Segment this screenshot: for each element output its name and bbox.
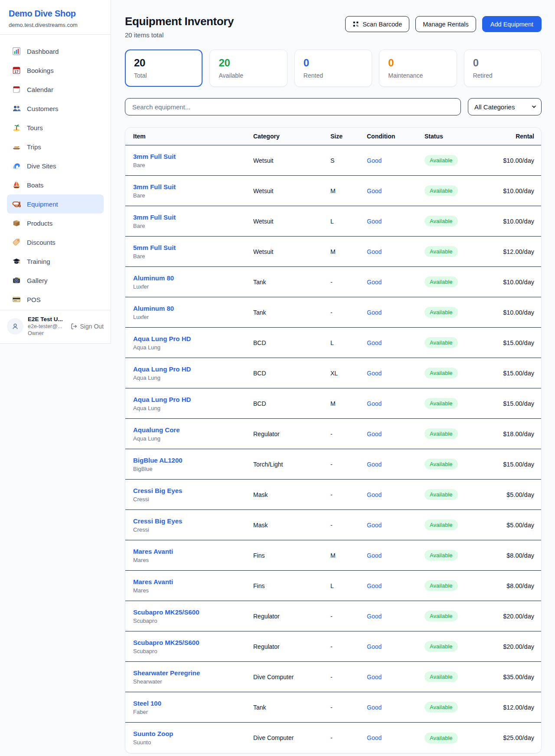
rental-cell: $15.00/day	[494, 339, 534, 346]
sidebar-item-calendar[interactable]: Calendar	[7, 80, 104, 99]
sidebar-item-gallery[interactable]: Gallery	[7, 271, 104, 290]
item-name-link[interactable]: 5mm Full Suit	[133, 244, 253, 251]
item-name-link[interactable]: Scubapro MK25/S600	[133, 608, 253, 616]
item-name-link[interactable]: Aluminum 80	[133, 305, 253, 312]
item-name-link[interactable]: Steel 100	[133, 700, 253, 707]
stat-card-retired[interactable]: 0Retired	[464, 49, 542, 87]
status-badge: Available	[424, 185, 458, 196]
condition-link[interactable]: Good	[367, 674, 424, 680]
stat-card-maintenance[interactable]: 0Maintenance	[379, 49, 457, 87]
condition-link[interactable]: Good	[367, 309, 424, 316]
status-badge: Available	[424, 641, 458, 652]
sidebar-item-customers[interactable]: Customers	[7, 99, 104, 118]
item-name-link[interactable]: Cressi Big Eyes	[133, 487, 253, 494]
item-name-link[interactable]: 3mm Full Suit	[133, 214, 253, 221]
item-name-link[interactable]: Mares Avanti	[133, 548, 253, 555]
status-cell: Available	[424, 246, 494, 257]
item-name-link[interactable]: 3mm Full Suit	[133, 183, 253, 191]
condition-link[interactable]: Good	[367, 704, 424, 711]
item-brand: Aqua Lung	[133, 344, 253, 351]
category-cell: BCD	[253, 339, 330, 346]
item-name-link[interactable]: Aqua Lung Pro HD	[133, 335, 253, 342]
sidebar-item-label: Dashboard	[27, 48, 59, 55]
table-row: Aqua Lung Pro HDAqua LungBCDLGoodAvailab…	[125, 328, 541, 358]
sidebar-item-boats[interactable]: Boats	[7, 175, 104, 194]
condition-link[interactable]: Good	[367, 187, 424, 194]
item-name-link[interactable]: Aqua Lung Pro HD	[133, 365, 253, 373]
stat-label: Maintenance	[388, 72, 447, 79]
item-name-link[interactable]: Suunto Zoop	[133, 730, 253, 737]
condition-link[interactable]: Good	[367, 400, 424, 407]
search-input[interactable]	[125, 98, 461, 115]
item-name-link[interactable]: 3mm Full Suit	[133, 153, 253, 160]
condition-link[interactable]: Good	[367, 461, 424, 468]
item-name-link[interactable]: Aqualung Core	[133, 426, 253, 434]
sidebar-item-dive-sites[interactable]: Dive Sites	[7, 156, 104, 175]
sidebar-item-dashboard[interactable]: Dashboard	[7, 42, 104, 61]
size-cell: L	[330, 339, 367, 346]
condition-link[interactable]: Good	[367, 248, 424, 255]
item-name-link[interactable]: Shearwater Peregrine	[133, 669, 253, 677]
column-header-status: Status	[424, 133, 494, 140]
item-name-link[interactable]: BigBlue AL1200	[133, 457, 253, 464]
column-header-rental: Rental	[494, 133, 534, 140]
sidebar-item-pos[interactable]: POS	[7, 290, 104, 309]
item-name-link[interactable]: Scubapro MK25/S600	[133, 639, 253, 646]
condition-link[interactable]: Good	[367, 339, 424, 346]
condition-link[interactable]: Good	[367, 491, 424, 498]
brand-name: Demo Dive Shop	[9, 9, 102, 19]
size-cell: L	[330, 218, 367, 225]
item-brand: Bare	[133, 162, 253, 168]
status-badge: Available	[424, 733, 458, 743]
condition-link[interactable]: Good	[367, 157, 424, 164]
item-name-link[interactable]: Cressi Big Eyes	[133, 517, 253, 525]
table-row: Steel 100FaberTank-GoodAvailable$12.00/d…	[125, 692, 541, 723]
sidebar-item-equipment[interactable]: Equipment	[7, 194, 104, 214]
item-brand: Faber	[133, 709, 253, 715]
item-brand: Mares	[133, 557, 253, 563]
manage-rentals-button[interactable]: Manage Rentals	[415, 16, 476, 32]
stat-card-available[interactable]: 20Available	[209, 49, 287, 87]
rental-cell: $10.00/day	[494, 157, 534, 164]
condition-link[interactable]: Good	[367, 431, 424, 437]
condition-link[interactable]: Good	[367, 613, 424, 620]
status-badge: Available	[424, 428, 458, 439]
condition-link[interactable]: Good	[367, 734, 424, 741]
status-cell: Available	[424, 733, 494, 743]
sign-out-button[interactable]: Sign Out	[71, 323, 104, 330]
stat-card-rented[interactable]: 0Rented	[294, 49, 372, 87]
item-cell: Scubapro MK25/S600Scubapro	[133, 639, 253, 654]
condition-link[interactable]: Good	[367, 279, 424, 286]
rental-cell: $35.00/day	[494, 674, 534, 680]
item-cell: Aluminum 80Luxfer	[133, 274, 253, 290]
rental-cell: $20.00/day	[494, 643, 534, 650]
sidebar-item-trips[interactable]: Trips	[7, 137, 104, 156]
status-cell: Available	[424, 580, 494, 591]
add-equipment-button[interactable]: Add Equipment	[482, 16, 542, 32]
condition-link[interactable]: Good	[367, 582, 424, 589]
scan-barcode-button[interactable]: Scan Barcode	[345, 16, 409, 32]
condition-link[interactable]: Good	[367, 643, 424, 650]
item-name-link[interactable]: Mares Avanti	[133, 578, 253, 585]
condition-link[interactable]: Good	[367, 552, 424, 559]
item-name-link[interactable]: Aqua Lung Pro HD	[133, 396, 253, 403]
item-brand: Aqua Lung	[133, 435, 253, 442]
condition-link[interactable]: Good	[367, 370, 424, 377]
sidebar-item-bookings[interactable]: 17Bookings	[7, 61, 104, 80]
sidebar-item-label: Customers	[27, 105, 59, 112]
condition-link[interactable]: Good	[367, 218, 424, 225]
logout-icon	[71, 323, 78, 330]
category-select[interactable]: All Categories	[468, 98, 542, 115]
item-cell: Scubapro MK25/S600Scubapro	[133, 608, 253, 624]
status-badge: Available	[424, 276, 458, 287]
status-cell: Available	[424, 155, 494, 166]
category-cell: Wetsuit	[253, 248, 330, 255]
stat-card-total[interactable]: 20Total	[125, 49, 202, 87]
sidebar-item-products[interactable]: Products	[7, 214, 104, 233]
sidebar-item-training[interactable]: Training	[7, 252, 104, 271]
sidebar-item-tours[interactable]: Tours	[7, 118, 104, 137]
condition-link[interactable]: Good	[367, 522, 424, 529]
item-name-link[interactable]: Aluminum 80	[133, 274, 253, 282]
size-cell: -	[330, 431, 367, 437]
sidebar-item-discounts[interactable]: Discounts	[7, 233, 104, 252]
